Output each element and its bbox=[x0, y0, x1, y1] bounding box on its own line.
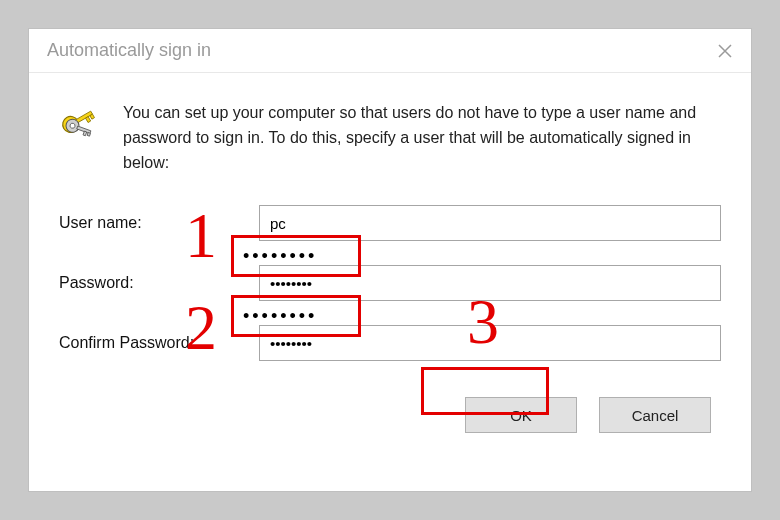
username-input[interactable] bbox=[259, 205, 721, 241]
svg-rect-3 bbox=[86, 117, 91, 123]
button-row: OK Cancel bbox=[59, 397, 721, 433]
svg-rect-9 bbox=[87, 132, 90, 136]
keys-icon bbox=[59, 103, 105, 149]
password-dots: •••••••• bbox=[243, 246, 317, 267]
dialog-description: You can set up your computer so that use… bbox=[123, 101, 721, 175]
password-label: Password: bbox=[59, 274, 259, 292]
svg-rect-8 bbox=[83, 131, 87, 136]
dialog-content: You can set up your computer so that use… bbox=[29, 73, 751, 453]
username-row: User name: bbox=[59, 205, 721, 241]
dialog-title: Automatically sign in bbox=[47, 40, 211, 61]
cancel-button[interactable]: Cancel bbox=[599, 397, 711, 433]
titlebar: Automatically sign in bbox=[29, 29, 751, 73]
confirm-dots: •••••••• bbox=[243, 306, 317, 327]
confirm-password-input[interactable] bbox=[259, 325, 721, 361]
auto-signin-dialog: Automatically sign in bbox=[28, 28, 752, 492]
username-label: User name: bbox=[59, 214, 259, 232]
close-icon[interactable] bbox=[713, 39, 737, 63]
password-row: Password: bbox=[59, 265, 721, 301]
description-row: You can set up your computer so that use… bbox=[59, 101, 721, 175]
svg-rect-4 bbox=[90, 114, 95, 119]
confirm-password-label: Confirm Password: bbox=[59, 334, 259, 352]
ok-button[interactable]: OK bbox=[465, 397, 577, 433]
password-input[interactable] bbox=[259, 265, 721, 301]
confirm-password-row: Confirm Password: bbox=[59, 325, 721, 361]
